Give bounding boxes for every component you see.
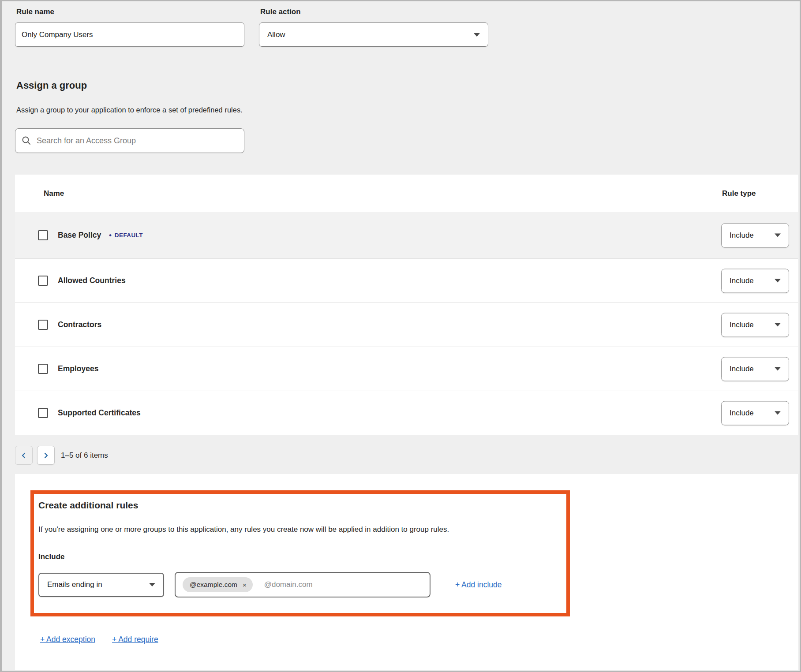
access-rule-page: Rule name Rule action Allow Assign a gro…	[0, 0, 801, 672]
chevron-down-icon	[474, 33, 480, 37]
add-require-link[interactable]: + Add require	[112, 635, 158, 644]
column-header-name: Name	[44, 175, 64, 212]
condition-type-value: Emails ending in	[47, 580, 102, 589]
table-row: Supported Certificates Include	[15, 391, 798, 435]
table-header: Name Rule type	[15, 175, 798, 212]
assign-group-heading: Assign a group	[16, 80, 87, 91]
table-row: Employees Include	[15, 347, 798, 391]
rule-type-dropdown[interactable]: Include	[721, 269, 789, 293]
rule-type-value: Include	[730, 365, 754, 373]
chevron-down-icon	[775, 323, 781, 327]
row-checkbox[interactable]	[38, 320, 48, 330]
rule-type-dropdown[interactable]: Include	[721, 357, 789, 381]
additional-rules-panel: Create additional rules If you're assign…	[15, 474, 798, 670]
rule-action-dropdown[interactable]: Allow	[259, 22, 488, 47]
table-row: Contractors Include	[15, 302, 798, 347]
condition-type-dropdown[interactable]: Emails ending in	[38, 573, 164, 597]
row-checkbox[interactable]	[38, 364, 48, 374]
rule-type-dropdown[interactable]: Include	[721, 223, 789, 247]
chevron-down-icon	[775, 279, 781, 283]
additional-rules-description: If you're assigning one or more groups t…	[38, 525, 556, 534]
default-badge: • DEFAULT	[109, 231, 143, 239]
rule-type-dropdown[interactable]: Include	[721, 401, 789, 425]
rule-type-value: Include	[730, 409, 754, 418]
pagination: 1–5 of 6 items	[15, 446, 108, 465]
pagination-range-text: 1–5 of 6 items	[61, 451, 108, 460]
tag-label: @example.com	[190, 581, 237, 589]
rule-type-dropdown[interactable]: Include	[721, 313, 789, 337]
search-icon	[22, 136, 31, 146]
rule-action-value: Allow	[267, 30, 285, 39]
email-domain-tag-input[interactable]: @example.com ×	[175, 572, 430, 597]
row-checkbox[interactable]	[38, 230, 48, 240]
column-header-rule-type: Rule type	[722, 175, 756, 212]
chevron-down-icon	[775, 367, 781, 371]
rule-name-label: Rule name	[16, 7, 54, 16]
chevron-down-icon	[775, 411, 781, 415]
rule-action-label: Rule action	[260, 7, 301, 16]
access-group-search	[15, 128, 244, 153]
email-domain-tag: @example.com ×	[183, 577, 253, 592]
group-name: Allowed Countries	[58, 276, 126, 285]
chevron-down-icon	[149, 583, 155, 586]
access-groups-table: Name Rule type Base Policy • DEFAULT Inc…	[15, 175, 798, 435]
group-name: Employees	[58, 364, 98, 373]
previous-page-button[interactable]	[15, 446, 33, 465]
add-include-link[interactable]: + Add include	[455, 580, 502, 590]
include-rule-controls: Emails ending in @example.com × + Add in…	[38, 572, 556, 597]
additional-rules-heading: Create additional rules	[38, 500, 556, 511]
assign-group-description: Assign a group to your application to en…	[16, 106, 243, 114]
table-row: Allowed Countries Include	[15, 258, 798, 302]
chevron-right-icon	[43, 452, 49, 459]
badge-label: DEFAULT	[115, 232, 143, 239]
next-page-button[interactable]	[37, 446, 55, 465]
remove-tag-icon[interactable]: ×	[243, 582, 247, 588]
include-label: Include	[38, 553, 556, 561]
add-exception-link[interactable]: + Add exception	[40, 635, 95, 644]
email-domain-input[interactable]	[264, 580, 430, 589]
rule-action-links: + Add exception + Add require	[40, 635, 158, 644]
row-checkbox[interactable]	[38, 276, 48, 286]
group-name: Supported Certificates	[58, 408, 141, 418]
rule-type-value: Include	[730, 321, 754, 329]
group-name: Base Policy	[58, 231, 101, 240]
rule-type-value: Include	[730, 276, 754, 285]
create-additional-rules-highlight: Create additional rules If you're assign…	[30, 490, 570, 616]
rule-name-input[interactable]	[15, 22, 244, 47]
table-row: Base Policy • DEFAULT Include	[15, 212, 798, 258]
chevron-down-icon	[775, 234, 781, 237]
group-name: Contractors	[58, 320, 101, 329]
row-checkbox[interactable]	[38, 408, 48, 418]
chevron-left-icon	[21, 452, 27, 459]
badge-dot: •	[109, 231, 112, 239]
search-input[interactable]	[37, 136, 238, 146]
rule-type-value: Include	[730, 231, 754, 240]
